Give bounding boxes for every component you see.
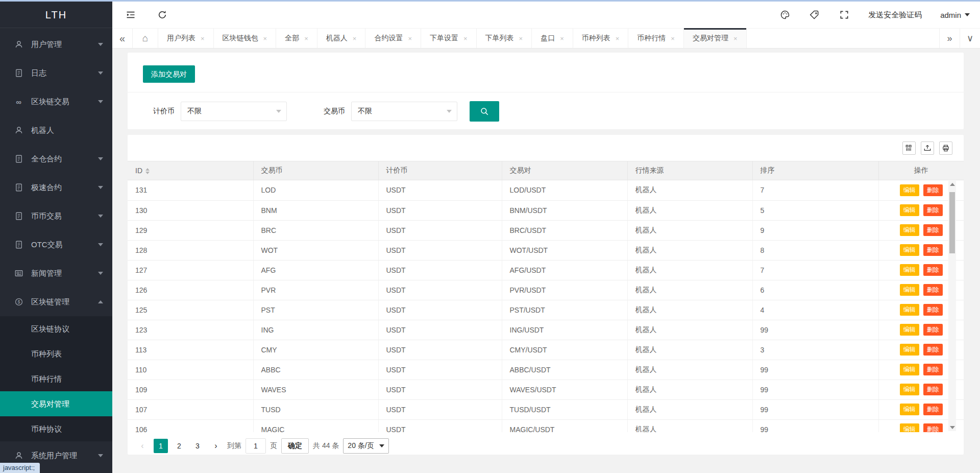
tab-9[interactable]: 币种行情× (628, 29, 684, 48)
close-tab-icon[interactable]: × (616, 35, 620, 42)
edit-button[interactable]: 编辑 (900, 304, 919, 316)
home-tab-icon[interactable]: ⌂ (133, 29, 158, 48)
refresh-icon[interactable] (157, 9, 168, 20)
page-number-2[interactable]: 2 (172, 439, 186, 453)
edit-button[interactable]: 编辑 (900, 184, 919, 196)
close-tab-icon[interactable]: × (201, 35, 205, 42)
pagination: ‹123›到第页确定共 44 条20 条/页 (128, 432, 964, 454)
columns-filter-icon[interactable] (902, 141, 916, 155)
delete-button[interactable]: 删除 (923, 264, 943, 276)
fullscreen-icon[interactable] (839, 9, 850, 20)
edit-button[interactable]: 编辑 (900, 264, 919, 276)
delete-button[interactable]: 删除 (923, 344, 943, 356)
theme-palette-icon[interactable] (779, 9, 791, 20)
delete-button[interactable]: 删除 (923, 423, 943, 432)
add-pair-button[interactable]: 添加交易对 (143, 65, 195, 83)
edit-button[interactable]: 编辑 (900, 324, 919, 336)
tabs-scroll-left-icon[interactable]: « (112, 29, 133, 48)
tabs-scroll-right-icon[interactable]: » (939, 29, 960, 48)
tab-1[interactable]: 区块链钱包× (214, 29, 277, 48)
sidebar-item-3[interactable]: 机器人 (0, 116, 112, 145)
next-page-icon[interactable]: › (209, 439, 223, 453)
edit-button[interactable]: 编辑 (900, 284, 919, 296)
edit-button[interactable]: 编辑 (900, 204, 919, 216)
close-tab-icon[interactable]: × (304, 35, 308, 42)
delete-button[interactable]: 删除 (923, 244, 943, 256)
cell-source: 机器人 (627, 340, 752, 360)
sidebar-subitem-active[interactable]: 交易对管理 (0, 391, 112, 416)
send-security-code-button[interactable]: 发送安全验证码 (868, 10, 922, 20)
scroll-up-icon[interactable] (948, 181, 956, 188)
search-button[interactable] (470, 101, 499, 122)
edit-button[interactable]: 编辑 (900, 404, 919, 415)
edit-button[interactable]: 编辑 (900, 384, 919, 395)
scroll-down-icon[interactable] (948, 424, 956, 431)
sidebar-item-label: 区块链交易 (31, 97, 69, 107)
edit-button[interactable]: 编辑 (900, 423, 919, 432)
sidebar-item-7[interactable]: OTC交易 (0, 230, 112, 259)
goto-confirm-button[interactable]: 确定 (281, 438, 309, 454)
delete-button[interactable]: 删除 (923, 304, 943, 316)
sidebar-subitem[interactable]: 币种列表 (0, 341, 112, 366)
close-tab-icon[interactable]: × (519, 35, 523, 42)
sidebar-item-2[interactable]: ∞区块链交易 (0, 87, 112, 116)
page-number-3[interactable]: 3 (190, 439, 205, 453)
edit-button[interactable]: 编辑 (900, 224, 919, 236)
sidebar-item-8[interactable]: 新闻管理 (0, 259, 112, 288)
sidebar-subitem[interactable]: 币种协议 (0, 416, 112, 441)
close-tab-icon[interactable]: × (408, 35, 412, 42)
close-tab-icon[interactable]: × (671, 35, 675, 42)
edit-button[interactable]: 编辑 (900, 364, 919, 375)
user-menu[interactable]: admin (940, 11, 970, 19)
export-icon[interactable] (921, 141, 934, 155)
cell-coin: MAGIC (253, 419, 378, 432)
delete-button[interactable]: 删除 (923, 324, 943, 336)
goto-page-input[interactable] (246, 438, 266, 454)
tab-10-active[interactable]: 交易对管理× (684, 29, 747, 48)
column-header-0[interactable]: ID (128, 161, 253, 180)
sidebar-item-1[interactable]: 日志 (0, 59, 112, 87)
tab-3[interactable]: 机器人× (317, 29, 366, 48)
sidebar-subitem[interactable]: 币种行情 (0, 366, 112, 391)
close-tab-icon[interactable]: × (463, 35, 468, 42)
tabs-menu-icon[interactable]: ∨ (960, 29, 980, 48)
close-tab-icon[interactable]: × (560, 35, 564, 42)
delete-button[interactable]: 删除 (923, 224, 943, 236)
menu-fold-icon[interactable] (125, 9, 136, 20)
sidebar-item-9[interactable]: $区块链管理 (0, 288, 112, 316)
delete-button[interactable]: 删除 (923, 404, 943, 415)
cell-coin: CMY (253, 340, 378, 360)
close-tab-icon[interactable]: × (353, 35, 357, 42)
sidebar-item-4[interactable]: 全仓合约 (0, 145, 112, 173)
tab-8[interactable]: 币种列表× (573, 29, 629, 48)
print-icon[interactable] (939, 141, 952, 155)
sidebar-item-5[interactable]: 极速合约 (0, 173, 112, 202)
cell-coin: WAVES (253, 380, 378, 399)
tab-0[interactable]: 用户列表× (158, 29, 214, 48)
delete-button[interactable]: 删除 (923, 364, 943, 375)
table-body-scroll-area[interactable]: 131LODUSDTLOD/USDT机器人7编辑删除130BNMUSDTBNM/… (128, 180, 964, 432)
vertical-scrollbar[interactable] (948, 181, 956, 431)
scrollbar-thumb[interactable] (949, 192, 955, 253)
quote-coin-select[interactable]: 不限 (181, 102, 287, 121)
tab-4[interactable]: 合约设置× (365, 29, 421, 48)
tab-6[interactable]: 下单列表× (477, 29, 532, 48)
edit-button[interactable]: 编辑 (900, 344, 919, 356)
trade-coin-select[interactable]: 不限 (351, 102, 457, 121)
tab-2[interactable]: 全部× (276, 29, 317, 48)
sidebar-item-0[interactable]: 用户管理 (0, 30, 112, 59)
per-page-select[interactable]: 20 条/页 (343, 438, 388, 454)
delete-button[interactable]: 删除 (923, 184, 943, 196)
edit-button[interactable]: 编辑 (900, 244, 919, 256)
close-tab-icon[interactable]: × (733, 35, 738, 42)
delete-button[interactable]: 删除 (923, 284, 943, 296)
sidebar-subitem[interactable]: 区块链协议 (0, 316, 112, 341)
close-tab-icon[interactable]: × (263, 35, 267, 42)
tab-5[interactable]: 下单设置× (421, 29, 477, 48)
sort-icon[interactable] (145, 168, 150, 174)
tab-7[interactable]: 盘口× (532, 29, 573, 48)
tag-icon[interactable] (809, 9, 820, 20)
delete-button[interactable]: 删除 (923, 384, 943, 395)
delete-button[interactable]: 删除 (923, 204, 943, 216)
sidebar-item-6[interactable]: 币币交易 (0, 202, 112, 230)
